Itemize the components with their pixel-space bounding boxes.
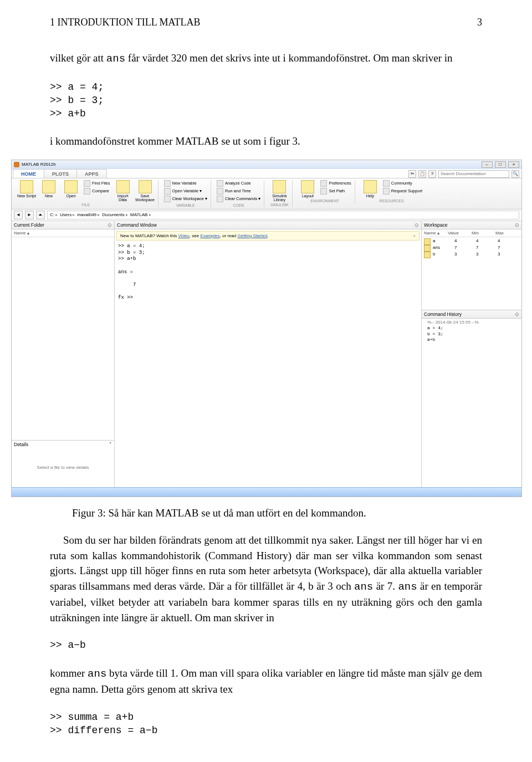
open-variable-button[interactable]: Open Variable ▾: [164, 188, 207, 195]
nav-fwd-button[interactable]: ►: [25, 211, 34, 219]
workspace-row[interactable]: ans777: [424, 245, 519, 252]
close-tip-button[interactable]: ×: [413, 233, 416, 238]
breadcrumb-seg[interactable]: Users: [60, 212, 75, 217]
tab-apps[interactable]: APPS: [76, 169, 107, 178]
group-label: VARIABLE: [176, 203, 195, 207]
tip-text: New to MATLAB? Watch this: [120, 233, 178, 238]
set-path-button[interactable]: Set Path: [320, 188, 351, 195]
code-block-1: >> a = 4; >> b = 3; >> a+b: [50, 80, 482, 121]
text: kommer: [50, 667, 88, 679]
variable-icon: [424, 238, 431, 245]
column-header[interactable]: Value: [448, 231, 472, 236]
minimize-button[interactable]: –: [482, 161, 493, 168]
column-header[interactable]: Name ▴: [424, 231, 448, 236]
clear-commands-button[interactable]: Clear Commands ▾: [217, 196, 260, 202]
windows-taskbar: [12, 487, 521, 497]
open-button[interactable]: Open: [62, 180, 80, 202]
details-header[interactable]: Details: [14, 442, 28, 447]
breadcrumb[interactable]: C: Users maval049 Documents MATLAB: [47, 211, 519, 219]
inline-code: ans: [398, 581, 417, 593]
workspace-row[interactable]: a444: [424, 238, 519, 245]
cell: 7: [498, 245, 519, 252]
quick-access-btn[interactable]: 📋: [418, 170, 426, 178]
breadcrumb-seg[interactable]: C:: [50, 212, 58, 217]
panel-popout-icon[interactable]: ⊙: [515, 222, 519, 228]
column-header[interactable]: Max: [495, 231, 519, 236]
run-and-time-button[interactable]: Run and Time: [217, 188, 260, 195]
workspace-row[interactable]: b333: [424, 252, 519, 258]
compare-button[interactable]: Compare: [84, 188, 110, 195]
simulink-library-button[interactable]: Simulink Library: [270, 180, 289, 202]
tab-plots[interactable]: PLOTS: [44, 169, 77, 178]
clear-workspace-button[interactable]: Clear Workspace ▾: [164, 196, 207, 202]
import-data-button[interactable]: Import Data: [114, 180, 132, 202]
quick-access-btn[interactable]: ✂: [408, 170, 416, 178]
save-workspace-button[interactable]: Save Workspace: [136, 180, 155, 202]
history-line[interactable]: a+b: [427, 337, 519, 342]
column-header[interactable]: Name ▴: [14, 231, 29, 236]
current-folder-panel: Current Folder⊙ Name ▴ Details˄ Select a…: [12, 221, 115, 487]
workspace-panel: Workspace⊙ Name ▴ Value Min Max a444 ans…: [422, 221, 521, 310]
panel-popout-icon[interactable]: ⊙: [515, 311, 519, 317]
cell: 4: [476, 238, 498, 245]
panel-title: Current Folder: [14, 222, 44, 228]
cell: ans: [433, 245, 454, 252]
analyze-code-button[interactable]: Analyze Code: [217, 180, 260, 187]
community-button[interactable]: Community: [383, 180, 422, 187]
preferences-button[interactable]: Preferences: [320, 180, 351, 187]
find-files-button[interactable]: Find Files: [84, 180, 110, 187]
inline-code: ans: [88, 668, 106, 680]
code-block-3: >> summa = a+b >> differens = a−b: [50, 710, 482, 738]
tab-home[interactable]: HOME: [13, 169, 44, 178]
paragraph-3: Som du ser har bilden förändrats genom a…: [50, 533, 482, 625]
new-script-button[interactable]: New Script: [17, 180, 36, 202]
quick-access-btn[interactable]: ?: [428, 170, 436, 178]
column-header[interactable]: Min: [472, 231, 495, 236]
panel-popout-icon[interactable]: ⊙: [415, 222, 419, 228]
text: byta värde till 1. Om man vill spara oli…: [50, 667, 482, 695]
breadcrumb-seg[interactable]: maval049: [77, 212, 100, 217]
panel-title: Command History: [424, 311, 462, 317]
command-window-tip: New to MATLAB? Watch this Video, see Exa…: [116, 231, 420, 241]
inline-code: ans: [106, 53, 125, 65]
cell: 4: [498, 238, 519, 245]
group-label: FILE: [81, 203, 90, 207]
cell: b: [433, 252, 454, 258]
history-session-header: %-- 2014-06-24 15:55 --%: [427, 320, 519, 325]
command-history-panel: Command History⊙ %-- 2014-06-24 15:55 --…: [422, 310, 521, 487]
layout-button[interactable]: Layout: [298, 180, 317, 198]
cell: 3: [454, 252, 476, 258]
cell: a: [433, 238, 454, 245]
maximize-button[interactable]: □: [495, 161, 506, 168]
request-support-button[interactable]: Request Support: [383, 188, 422, 195]
tip-link-video[interactable]: Video: [178, 233, 189, 238]
history-line[interactable]: a = 4;: [427, 325, 519, 331]
matlab-logo-icon: [14, 162, 19, 167]
group-label: ENVIRONMENT: [310, 199, 339, 203]
history-line[interactable]: b = 3;: [427, 331, 519, 337]
command-window-panel: Command Window⊙ New to MATLAB? Watch thi…: [115, 221, 422, 487]
ribbon: New Script New Open Find Files Compare I…: [12, 178, 521, 209]
page-number: 3: [477, 17, 482, 28]
nav-up-button[interactable]: ⏶: [36, 211, 45, 219]
panel-popout-icon[interactable]: ⊙: [108, 222, 112, 228]
code-block-2: >> a−b: [50, 638, 482, 652]
command-window-content[interactable]: >> a = 4; >> b = 3; >> a+b ans = 7 fx >>: [115, 242, 421, 487]
chevron-up-icon[interactable]: ˄: [109, 442, 112, 447]
search-icon[interactable]: 🔍: [511, 170, 519, 178]
breadcrumb-seg[interactable]: Documents: [102, 212, 128, 217]
close-button[interactable]: ×: [508, 161, 519, 168]
new-button[interactable]: New: [39, 180, 58, 202]
panel-title: Workspace: [424, 222, 447, 228]
search-documentation-input[interactable]: [438, 170, 509, 178]
nav-back-button[interactable]: ◄: [14, 211, 23, 219]
variable-icon: [424, 245, 431, 252]
help-button[interactable]: Help: [361, 180, 380, 198]
tip-text: , see: [190, 233, 201, 238]
text: får värdet 320 men det skrivs inte ut i …: [125, 52, 452, 64]
tip-link-examples[interactable]: Examples: [200, 233, 219, 238]
breadcrumb-seg[interactable]: MATLAB: [130, 212, 151, 217]
paragraph-2: i kommandofönstret kommer MATLAB se ut s…: [50, 134, 482, 149]
new-variable-button[interactable]: New Variable: [164, 180, 207, 187]
tip-link-getting-started[interactable]: Getting Started: [238, 233, 268, 238]
